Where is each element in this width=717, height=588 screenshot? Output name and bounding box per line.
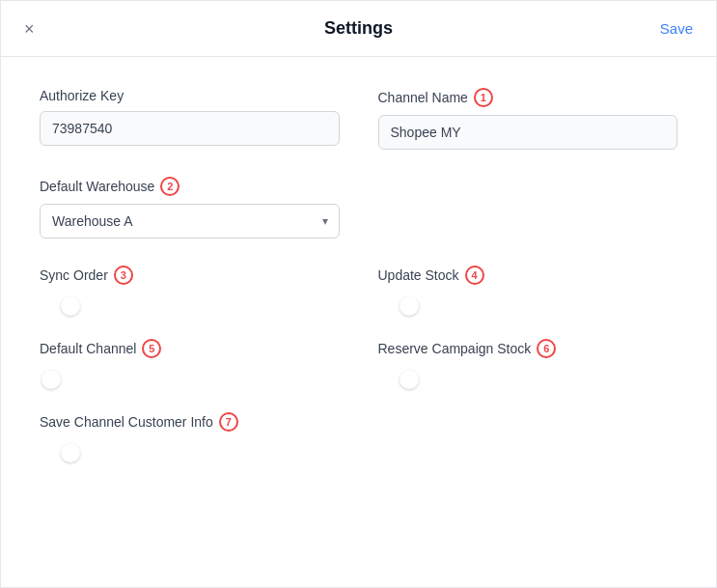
authorize-key-label: Authorize Key <box>40 88 124 103</box>
default-channel-label-row: Default Channel 5 <box>40 339 340 358</box>
channel-name-label: Channel Name <box>378 90 468 105</box>
authorize-key-label-row: Authorize Key <box>40 88 340 103</box>
default-channel-group: Default Channel 5 <box>40 339 340 385</box>
sync-order-label-row: Sync Order 3 <box>40 266 340 285</box>
row-4: Default Channel 5 Reserve Campaign Stock… <box>40 339 677 385</box>
save-channel-customer-info-thumb <box>61 443 80 462</box>
update-stock-thumb <box>400 296 419 316</box>
default-warehouse-select[interactable]: Warehouse A Warehouse B Warehouse C <box>40 204 340 238</box>
save-channel-label-row: Save Channel Customer Info 7 <box>40 412 340 432</box>
row-3: Sync Order 3 Update Stock 4 <box>40 266 677 312</box>
reserve-campaign-stock-group: Reserve Campaign Stock 6 <box>378 339 678 385</box>
placeholder-right <box>378 177 678 238</box>
modal-title: Settings <box>324 18 393 39</box>
update-stock-label-row: Update Stock 4 <box>378 266 678 285</box>
default-warehouse-group: Default Warehouse 2 Warehouse A Warehous… <box>40 177 340 238</box>
sync-order-group: Sync Order 3 <box>40 266 340 312</box>
save-channel-customer-info-badge: 7 <box>219 412 238 432</box>
save-channel-customer-info-group: Save Channel Customer Info 7 <box>40 412 340 459</box>
authorize-key-group: Authorize Key <box>40 88 340 150</box>
update-stock-badge: 4 <box>465 266 484 285</box>
reserve-campaign-label-row: Reserve Campaign Stock 6 <box>378 339 678 358</box>
channel-name-input[interactable] <box>378 115 678 150</box>
sync-order-thumb <box>61 296 80 316</box>
save-channel-customer-info-label: Save Channel Customer Info <box>40 414 213 430</box>
row-5: Save Channel Customer Info 7 <box>40 412 677 459</box>
default-warehouse-select-wrapper: Warehouse A Warehouse B Warehouse C ▾ <box>40 204 340 238</box>
sync-order-label: Sync Order <box>40 267 108 283</box>
authorize-key-input[interactable] <box>40 111 340 146</box>
update-stock-label: Update Stock <box>378 267 459 283</box>
default-warehouse-label: Default Warehouse <box>40 179 154 194</box>
modal-header: × Settings Save <box>1 1 716 57</box>
default-channel-badge: 5 <box>142 339 161 358</box>
sync-order-badge: 3 <box>114 266 133 285</box>
update-stock-group: Update Stock 4 <box>378 266 678 312</box>
default-warehouse-label-row: Default Warehouse 2 <box>40 177 340 196</box>
channel-name-badge: 1 <box>474 88 493 107</box>
reserve-campaign-stock-label: Reserve Campaign Stock <box>378 341 532 356</box>
default-warehouse-badge: 2 <box>160 177 179 196</box>
modal-content: Authorize Key Channel Name 1 Default War… <box>1 57 716 517</box>
reserve-campaign-stock-badge: 6 <box>537 339 556 358</box>
row-1: Authorize Key Channel Name 1 <box>40 88 677 150</box>
save-button[interactable]: Save <box>660 20 693 37</box>
channel-name-group: Channel Name 1 <box>378 88 678 150</box>
settings-modal: × Settings Save Authorize Key Channel Na… <box>0 0 717 588</box>
close-button[interactable]: × <box>24 20 35 38</box>
row-2: Default Warehouse 2 Warehouse A Warehous… <box>40 177 677 238</box>
default-channel-thumb <box>41 370 61 389</box>
default-channel-label: Default Channel <box>40 341 136 356</box>
channel-name-label-row: Channel Name 1 <box>378 88 678 107</box>
reserve-campaign-stock-thumb <box>400 370 419 389</box>
